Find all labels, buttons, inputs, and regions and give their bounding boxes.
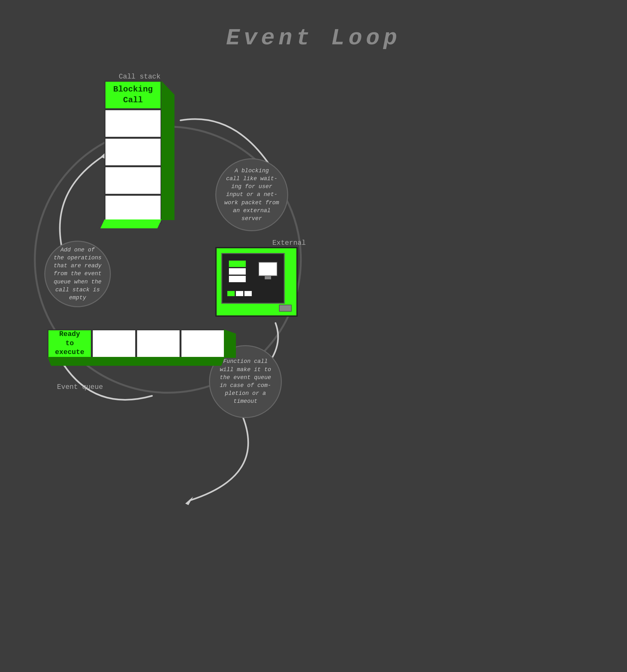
mini-box-2 <box>228 268 246 275</box>
call-stack-bottom <box>100 219 162 228</box>
external-server <box>215 247 298 317</box>
stack-box-2 <box>104 109 162 138</box>
queue-box-active: Readytoexecute <box>48 329 92 358</box>
event-queue: Readytoexecute <box>48 329 225 358</box>
queue-side <box>224 329 236 358</box>
mini-box-3 <box>228 275 246 283</box>
mini-queue-box-1 <box>227 291 235 296</box>
blocking-call-text: BlockingCall <box>113 84 153 106</box>
mini-monitor-stand <box>265 276 271 279</box>
tooltip-blocking-text: A blockingcall like wait-ing for userinp… <box>221 164 283 226</box>
svg-marker-5 <box>185 497 193 505</box>
page-title: Event Loop <box>0 0 627 51</box>
queue-box-4 <box>180 329 225 358</box>
call-stack-side <box>161 81 174 220</box>
stack-box-3 <box>104 138 162 166</box>
queue-box-3 <box>136 329 180 358</box>
mini-box-1 <box>228 260 246 267</box>
stack-box-4 <box>104 166 162 195</box>
ready-to-execute-text: Readytoexecute <box>55 330 84 357</box>
tooltip-blocking: A blockingcall like wait-ing for userinp… <box>215 158 288 231</box>
stack-box-5 <box>104 195 162 223</box>
server-body <box>215 247 298 317</box>
blocking-call-box: BlockingCall <box>104 81 162 109</box>
call-stack-label: Call stack <box>119 73 161 81</box>
mini-queue-box-2 <box>236 291 243 296</box>
mini-queue <box>227 291 252 296</box>
call-stack: BlockingCall <box>104 81 162 220</box>
tooltip-function-text: Function callwill make it tothe event qu… <box>217 354 274 409</box>
event-queue-label: Event queue <box>57 383 103 391</box>
mini-stack <box>228 260 246 283</box>
diagram: Call stack BlockingCall A blockingcall l… <box>0 63 627 633</box>
tooltip-add-operations: Add one ofthe operationsthat are readyfr… <box>44 241 111 307</box>
mini-monitor <box>258 262 278 276</box>
queue-row: Readytoexecute <box>48 329 225 358</box>
server-button <box>279 305 292 312</box>
mini-queue-box-3 <box>244 291 252 296</box>
server-screen <box>221 253 285 304</box>
queue-bottom <box>48 357 225 366</box>
queue-box-2 <box>92 329 136 358</box>
tooltip-add-text: Add one ofthe operationsthat are readyfr… <box>50 243 104 305</box>
